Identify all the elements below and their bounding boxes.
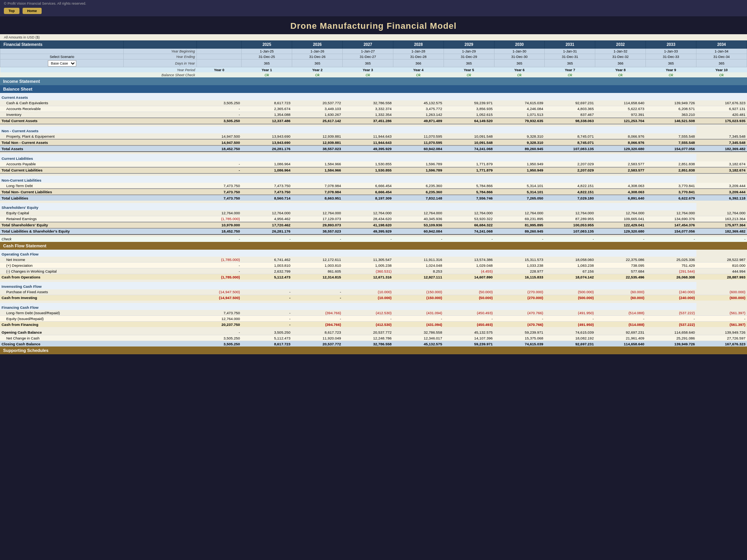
- ncc-2025: 5,112.473: [242, 335, 292, 341]
- ppe-2034: 7,345.548: [696, 133, 747, 139]
- year-beginning-label: [0, 49, 124, 54]
- pfa-2025: -: [242, 289, 292, 295]
- ncl-header-row: Non-Current Liabilities: [0, 176, 747, 183]
- tca-2030: 79,932.635: [494, 118, 545, 124]
- yb-2034: 1-Jan-34: [696, 49, 747, 54]
- hdr-2028: 2028: [393, 41, 444, 49]
- ncc-y0: 3,505.250: [196, 335, 241, 341]
- tncl-2025: 7,473.750: [242, 189, 292, 195]
- period-y4: Year 4: [393, 67, 444, 73]
- cfi-2027: (10.000): [343, 295, 393, 301]
- ca-2030: [494, 93, 545, 100]
- current-assets-label: Current Assets: [0, 93, 124, 100]
- ncc-2031: 18,082.192: [545, 335, 595, 341]
- year-ending-y0: [196, 54, 241, 60]
- ltd-2025: 7,473.750: [242, 183, 292, 189]
- ltd-2027: 6,666.454: [343, 183, 393, 189]
- scenario-select-cell[interactable]: Base Case: [0, 60, 124, 67]
- ar-2026: 3,449.103: [292, 106, 343, 112]
- check-label: Check: [0, 237, 124, 242]
- check-v-2029: -: [444, 237, 494, 242]
- cfo-y0: (1,785.000): [196, 274, 241, 280]
- tnca-label: Total Non - Current Assets: [0, 139, 124, 145]
- ye-2032: 31-Dec-32: [595, 54, 646, 60]
- ppe-2028: 11,070.595: [393, 133, 444, 139]
- income-statement-header: Income Statement: [0, 77, 747, 85]
- re-2032: 109,665.041: [595, 216, 646, 222]
- scenario-dropdown[interactable]: Base Case: [48, 60, 76, 66]
- check-v-2034: -: [696, 237, 747, 242]
- bs-check-sublabel: Balance Sheet Check: [124, 72, 197, 77]
- cff-2028: (431.094): [393, 322, 444, 327]
- year-ending-sublabel: Year Ending: [124, 54, 197, 60]
- cash-2026: 20,537.772: [292, 100, 343, 106]
- tse-2032: 122,429.041: [595, 222, 646, 228]
- ltdi-2031: (491.950): [545, 310, 595, 316]
- tca-2027: 37,451.286: [343, 118, 393, 124]
- ppe-2025: 13,943.690: [242, 133, 292, 139]
- tl-2031: 7,029.180: [545, 195, 595, 201]
- ni-2027: 11,305.547: [343, 257, 393, 262]
- depreciation-label: (+) Depreciation: [0, 262, 124, 268]
- days-sublabel: Days in Year: [124, 60, 197, 67]
- check-v-2027: -: [343, 237, 393, 242]
- inventory-row: Inventory - 1,354.088 1,630.267 1,332.35…: [0, 112, 747, 118]
- tlse-2030: 89,260.945: [494, 228, 545, 234]
- eqi-2031: -: [545, 316, 595, 322]
- days-2028: 366: [393, 60, 444, 67]
- ar-2033: 6,208.571: [646, 106, 696, 112]
- dep-2026: 1,003.810: [292, 262, 343, 268]
- cff-2031: (491.950): [545, 322, 595, 327]
- oc-2034: 139,949.726: [696, 329, 747, 335]
- home-button[interactable]: Home: [23, 8, 42, 14]
- cfo-2028: 12,927.111: [393, 274, 444, 280]
- ca-2034: [696, 93, 747, 100]
- ar-2027: 3,332.374: [343, 106, 393, 112]
- cashflow-table: Operating Cash Flow Net Income (1,785.00…: [0, 250, 747, 347]
- ap-2034: 3,182.674: [696, 161, 747, 167]
- pfa-y0: (14,947.500): [196, 289, 241, 295]
- year-period-sublabel: Year Period: [124, 67, 197, 73]
- ppe-2026: 12,939.881: [292, 133, 343, 139]
- wc-2032: 577.684: [595, 268, 646, 274]
- check-y0: [196, 72, 241, 77]
- re-2028: 40,345.936: [393, 216, 444, 222]
- oc-2031: 74,615.039: [545, 329, 595, 335]
- total-nca-row: Total Non - Current Assets 14,947.500 13…: [0, 139, 747, 145]
- equity-issued-label: Equity (Issued/Repaid): [0, 316, 124, 322]
- tcl-2026: 1,584.966: [292, 167, 343, 173]
- pfa-2028: (150.000): [393, 289, 444, 295]
- cfo-2031: 18,074.142: [545, 274, 595, 280]
- closing-cash-label: Closing Cash Balance: [0, 341, 124, 347]
- ni-2033: 25,025.336: [646, 257, 696, 262]
- hdr-2029: 2029: [444, 41, 494, 49]
- oc-2026: 8,617.723: [292, 329, 343, 335]
- tncl-2027: 6,666.454: [343, 189, 393, 195]
- check-v-2033: -: [646, 237, 696, 242]
- cl-label: Current Liabilities: [0, 154, 124, 161]
- tlse-2028: 60,942.084: [393, 228, 444, 234]
- ppe-2032: 8,066.976: [595, 133, 646, 139]
- top-button[interactable]: Top: [4, 8, 19, 14]
- ap-2028: 1,596.789: [393, 161, 444, 167]
- ar-2025: 2,365.674: [242, 106, 292, 112]
- hdr-2034: 2034: [696, 41, 747, 49]
- tca-label: Total Current Assets: [0, 118, 124, 124]
- days-2025: 365: [242, 60, 292, 67]
- tcl-2032: 2,583.577: [595, 167, 646, 173]
- ni-y0: (1,785.000): [196, 257, 241, 262]
- check-2027: Ok: [343, 72, 393, 77]
- cash-2029: 59,239.971: [444, 100, 494, 106]
- ltdi-2025: -: [242, 310, 292, 316]
- cc-2026: 20,537.772: [292, 341, 343, 347]
- investing-cf-header: Invenssting Cash Flow: [0, 282, 747, 289]
- cfo-2032: 22,535.496: [595, 274, 646, 280]
- cash-from-financing-row: Cash from Financing 20,237.750 - (394.76…: [0, 322, 747, 327]
- inv-2026: 1,630.267: [292, 112, 343, 118]
- tncl-2033: 3,770.841: [646, 189, 696, 195]
- ec-2032: 12,764.000: [595, 210, 646, 216]
- main-header-row: Financial Statements 2025 2026 2027 2028…: [0, 41, 747, 49]
- wc-2028: 8.253: [393, 268, 444, 274]
- tncl-2028: 6,235.360: [393, 189, 444, 195]
- ni-2034: 28,522.987: [696, 257, 747, 262]
